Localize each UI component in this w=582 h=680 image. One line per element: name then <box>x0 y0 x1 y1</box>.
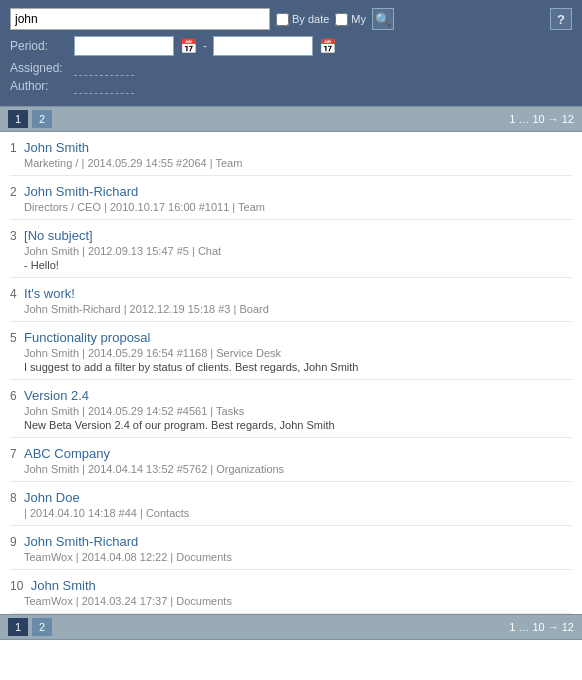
result-title-link[interactable]: John Smith-Richard <box>24 184 138 199</box>
result-title-row: 4 It's work! <box>10 286 572 301</box>
result-title-row: 7 ABC Company <box>10 446 572 461</box>
result-excerpt: I suggest to add a filter by status of c… <box>24 361 572 373</box>
result-number: 5 <box>10 331 17 345</box>
result-title-link[interactable]: John Doe <box>24 490 80 505</box>
result-meta: TeamWox | 2014.04.08 12:22 | Documents <box>24 551 572 563</box>
list-item: 1 John Smith Marketing / | 2014.05.29 14… <box>10 132 572 176</box>
result-title-link[interactable]: John Smith-Richard <box>24 534 138 549</box>
result-number: 1 <box>10 141 17 155</box>
my-checkbox-label[interactable]: My <box>335 13 366 26</box>
result-title-link[interactable]: It's work! <box>24 286 75 301</box>
result-number: 8 <box>10 491 17 505</box>
assigned-label: Assigned: <box>10 61 68 75</box>
calendar-from-icon[interactable]: 📅 <box>180 38 197 54</box>
result-meta: John Smith | 2012.09.13 15:47 #5 | Chat <box>24 245 572 257</box>
result-meta: TeamWox | 2014.03.24 17:37 | Documents <box>24 595 572 607</box>
pagination-top: 1 2 1 … 10 → 12 <box>0 106 582 132</box>
period-label: Period: <box>10 39 68 53</box>
page-info-bottom: 1 … 10 → 12 <box>509 621 574 633</box>
search-button[interactable]: 🔍 <box>372 8 394 30</box>
page-2-bottom-button[interactable]: 2 <box>32 618 52 636</box>
result-meta: John Smith-Richard | 2012.12.19 15:18 #3… <box>24 303 572 315</box>
result-title-row: 9 John Smith-Richard <box>10 534 572 549</box>
author-label: Author: <box>10 79 68 93</box>
period-to-input[interactable] <box>213 36 313 56</box>
search-icon: 🔍 <box>375 12 391 27</box>
list-item: 4 It's work! John Smith-Richard | 2012.1… <box>10 278 572 322</box>
result-title-link[interactable]: ABC Company <box>24 446 110 461</box>
result-title-row: 8 John Doe <box>10 490 572 505</box>
help-button[interactable]: ? <box>550 8 572 30</box>
result-title-row: 3 [No subject] <box>10 228 572 243</box>
period-from-input[interactable] <box>74 36 174 56</box>
list-item: 9 John Smith-Richard TeamWox | 2014.04.0… <box>10 526 572 570</box>
result-excerpt: - Hello! <box>24 259 572 271</box>
result-meta: Directors / CEO | 2010.10.17 16:00 #1011… <box>24 201 572 213</box>
search-row: By date My 🔍 ? <box>10 8 572 30</box>
calendar-to-icon[interactable]: 📅 <box>319 38 336 54</box>
result-title-row: 10 John Smith <box>10 578 572 593</box>
by-date-checkbox-label[interactable]: By date <box>276 13 329 26</box>
by-date-label: By date <box>292 13 329 25</box>
result-meta: John Smith | 2014.04.14 13:52 #5762 | Or… <box>24 463 572 475</box>
result-title-row: 6 Version 2.4 <box>10 388 572 403</box>
page-1-top-button[interactable]: 1 <box>8 110 28 128</box>
search-header: By date My 🔍 ? Period: 📅 - 📅 Assigned: A… <box>0 0 582 106</box>
results-list: 1 John Smith Marketing / | 2014.05.29 14… <box>0 132 582 614</box>
result-title-link[interactable]: [No subject] <box>24 228 93 243</box>
period-dash: - <box>203 39 207 53</box>
page-info-top: 1 … 10 → 12 <box>509 113 574 125</box>
pagination-bottom: 1 2 1 … 10 → 12 <box>0 614 582 640</box>
page-1-bottom-button[interactable]: 1 <box>8 618 28 636</box>
result-meta: Marketing / | 2014.05.29 14:55 #2064 | T… <box>24 157 572 169</box>
result-number: 2 <box>10 185 17 199</box>
list-item: 3 [No subject] John Smith | 2012.09.13 1… <box>10 220 572 278</box>
list-item: 6 Version 2.4 John Smith | 2014.05.29 14… <box>10 380 572 438</box>
result-number: 9 <box>10 535 17 549</box>
page-2-top-button[interactable]: 2 <box>32 110 52 128</box>
result-title-link[interactable]: Version 2.4 <box>24 388 89 403</box>
result-excerpt: New Beta Version 2.4 of our program. Bes… <box>24 419 572 431</box>
list-item: 7 ABC Company John Smith | 2014.04.14 13… <box>10 438 572 482</box>
result-meta: John Smith | 2014.05.29 16:54 #1168 | Se… <box>24 347 572 359</box>
result-title-link[interactable]: John Smith <box>24 140 89 155</box>
author-row: Author: <box>10 78 572 94</box>
result-title-row: 1 John Smith <box>10 140 572 155</box>
list-item: 8 John Doe | 2014.04.10 14:18 #44 | Cont… <box>10 482 572 526</box>
result-title-link[interactable]: John Smith <box>31 578 96 593</box>
result-number: 3 <box>10 229 17 243</box>
result-number: 10 <box>10 579 23 593</box>
assigned-value <box>74 60 134 76</box>
by-date-checkbox[interactable] <box>276 13 289 26</box>
result-title-row: 2 John Smith-Richard <box>10 184 572 199</box>
assigned-row: Assigned: <box>10 60 572 76</box>
result-title-link[interactable]: Functionality proposal <box>24 330 150 345</box>
result-number: 6 <box>10 389 17 403</box>
result-number: 7 <box>10 447 17 461</box>
list-item: 2 John Smith-Richard Directors / CEO | 2… <box>10 176 572 220</box>
my-label: My <box>351 13 366 25</box>
result-title-row: 5 Functionality proposal <box>10 330 572 345</box>
my-checkbox[interactable] <box>335 13 348 26</box>
help-icon: ? <box>557 12 565 27</box>
author-value <box>74 78 134 94</box>
list-item: 10 John Smith TeamWox | 2014.03.24 17:37… <box>10 570 572 614</box>
result-number: 4 <box>10 287 17 301</box>
search-input[interactable] <box>10 8 270 30</box>
period-row: Period: 📅 - 📅 <box>10 36 572 56</box>
result-meta: John Smith | 2014.05.29 14:52 #4561 | Ta… <box>24 405 572 417</box>
list-item: 5 Functionality proposal John Smith | 20… <box>10 322 572 380</box>
result-meta: | 2014.04.10 14:18 #44 | Contacts <box>24 507 572 519</box>
